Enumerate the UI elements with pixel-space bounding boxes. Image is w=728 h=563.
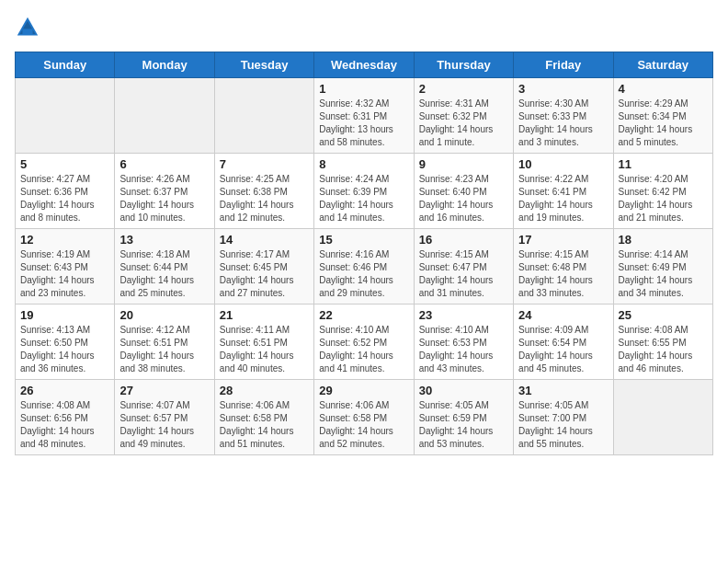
day-info: Sunset: 6:53 PM — [419, 337, 508, 350]
calendar-cell: 1Sunrise: 4:32 AMSunset: 6:31 PMDaylight… — [314, 78, 414, 154]
day-number: 3 — [518, 82, 608, 96]
day-info: Sunrise: 4:12 AM — [119, 324, 209, 337]
day-info: Daylight: 14 hours and 8 minutes. — [20, 199, 109, 224]
day-info: Sunrise: 4:13 AM — [20, 324, 109, 337]
day-info: Sunset: 6:38 PM — [220, 186, 309, 199]
day-number: 8 — [319, 157, 408, 171]
calendar-header: SundayMondayTuesdayWednesdayThursdayFrid… — [16, 52, 713, 78]
day-info: Daylight: 14 hours and 1 minute. — [419, 123, 508, 149]
day-info: Sunset: 6:56 PM — [20, 412, 109, 425]
day-info: Sunrise: 4:15 AM — [419, 248, 508, 261]
day-info: Sunrise: 4:05 AM — [419, 399, 508, 412]
calendar-cell: 26Sunrise: 4:08 AMSunset: 6:56 PMDayligh… — [16, 380, 115, 455]
day-number: 28 — [220, 384, 309, 397]
day-number: 17 — [518, 233, 608, 247]
day-info: Daylight: 14 hours and 23 minutes. — [20, 274, 109, 300]
calendar-cell: 23Sunrise: 4:10 AMSunset: 6:53 PMDayligh… — [414, 304, 513, 380]
day-info: Daylight: 14 hours and 16 minutes. — [419, 199, 508, 224]
day-info: Sunset: 6:49 PM — [619, 261, 708, 274]
calendar-cell: 16Sunrise: 4:15 AMSunset: 6:47 PMDayligh… — [414, 229, 513, 304]
day-number: 10 — [518, 157, 608, 171]
day-info: Daylight: 14 hours and 52 minutes. — [319, 425, 408, 451]
calendar-cell: 31Sunrise: 4:05 AMSunset: 7:00 PMDayligh… — [514, 380, 613, 455]
calendar-cell: 3Sunrise: 4:30 AMSunset: 6:33 PMDaylight… — [514, 78, 613, 154]
day-number: 19 — [20, 308, 109, 322]
day-info: Sunrise: 4:23 AM — [419, 173, 508, 186]
calendar-cell: 10Sunrise: 4:22 AMSunset: 6:41 PMDayligh… — [514, 154, 613, 229]
day-info: Daylight: 14 hours and 12 minutes. — [220, 199, 309, 224]
calendar-cell: 22Sunrise: 4:10 AMSunset: 6:52 PMDayligh… — [314, 304, 414, 380]
day-info: Sunset: 7:00 PM — [518, 412, 608, 425]
calendar-cell: 2Sunrise: 4:31 AMSunset: 6:32 PMDaylight… — [414, 78, 513, 154]
day-info: Daylight: 14 hours and 40 minutes. — [220, 350, 309, 375]
day-info: Sunset: 6:40 PM — [419, 186, 508, 199]
day-info: Sunrise: 4:05 AM — [518, 399, 608, 412]
day-info: Sunset: 6:54 PM — [518, 337, 608, 350]
calendar-cell — [16, 78, 115, 154]
day-info: Sunrise: 4:17 AM — [220, 248, 309, 261]
day-info: Sunset: 6:39 PM — [319, 186, 408, 199]
day-info: Sunrise: 4:09 AM — [518, 324, 608, 337]
day-info: Daylight: 14 hours and 14 minutes. — [319, 199, 408, 224]
day-info: Sunset: 6:43 PM — [20, 261, 109, 274]
calendar-cell: 8Sunrise: 4:24 AMSunset: 6:39 PMDaylight… — [314, 154, 414, 229]
day-info: Daylight: 14 hours and 38 minutes. — [119, 350, 209, 375]
day-info: Sunrise: 4:10 AM — [319, 324, 408, 337]
day-info: Sunset: 6:36 PM — [20, 186, 109, 199]
day-info: Daylight: 14 hours and 55 minutes. — [518, 425, 608, 451]
calendar-cell: 20Sunrise: 4:12 AMSunset: 6:51 PMDayligh… — [115, 304, 214, 380]
day-info: Daylight: 14 hours and 45 minutes. — [518, 350, 608, 375]
calendar-cell — [214, 78, 313, 154]
day-of-week-header: Sunday — [16, 52, 115, 78]
day-number: 22 — [319, 308, 408, 322]
day-number: 27 — [119, 384, 209, 397]
day-info: Sunset: 6:32 PM — [419, 110, 508, 123]
day-info: Sunrise: 4:27 AM — [20, 173, 109, 186]
day-info: Sunset: 6:44 PM — [119, 261, 209, 274]
day-info: Daylight: 14 hours and 25 minutes. — [119, 274, 209, 300]
day-info: Daylight: 14 hours and 48 minutes. — [20, 425, 109, 451]
day-info: Sunset: 6:41 PM — [518, 186, 608, 199]
day-info: Sunrise: 4:06 AM — [319, 399, 408, 412]
day-number: 29 — [319, 384, 408, 397]
day-of-week-header: Wednesday — [314, 52, 414, 78]
day-info: Sunrise: 4:06 AM — [220, 399, 309, 412]
day-number: 21 — [220, 308, 309, 322]
day-of-week-header: Thursday — [414, 52, 513, 78]
day-info: Sunrise: 4:18 AM — [119, 248, 209, 261]
day-of-week-header: Saturday — [613, 52, 712, 78]
calendar-cell: 4Sunrise: 4:29 AMSunset: 6:34 PMDaylight… — [613, 78, 712, 154]
day-info: Daylight: 14 hours and 46 minutes. — [619, 350, 708, 375]
day-info: Sunrise: 4:29 AM — [619, 98, 708, 110]
day-number: 18 — [619, 233, 708, 247]
day-number: 14 — [220, 233, 309, 247]
day-info: Sunset: 6:48 PM — [518, 261, 608, 274]
day-info: Sunset: 6:33 PM — [518, 110, 608, 123]
day-info: Sunset: 6:51 PM — [119, 337, 209, 350]
day-info: Daylight: 14 hours and 21 minutes. — [619, 199, 708, 224]
day-info: Sunset: 6:55 PM — [619, 337, 708, 350]
day-info: Daylight: 14 hours and 43 minutes. — [419, 350, 508, 375]
calendar-cell: 29Sunrise: 4:06 AMSunset: 6:58 PMDayligh… — [314, 380, 414, 455]
calendar-cell: 11Sunrise: 4:20 AMSunset: 6:42 PMDayligh… — [613, 154, 712, 229]
day-number: 1 — [319, 82, 408, 96]
day-info: Sunrise: 4:15 AM — [518, 248, 608, 261]
day-info: Sunrise: 4:16 AM — [319, 248, 408, 261]
day-info: Daylight: 14 hours and 33 minutes. — [518, 274, 608, 300]
day-number: 12 — [20, 233, 109, 247]
calendar-cell: 7Sunrise: 4:25 AMSunset: 6:38 PMDaylight… — [214, 154, 313, 229]
day-info: Sunrise: 4:08 AM — [619, 324, 708, 337]
calendar-cell: 5Sunrise: 4:27 AMSunset: 6:36 PMDaylight… — [16, 154, 115, 229]
day-info: Daylight: 14 hours and 49 minutes. — [119, 425, 209, 451]
day-info: Sunrise: 4:19 AM — [20, 248, 109, 261]
logo — [15, 15, 44, 40]
day-info: Daylight: 14 hours and 36 minutes. — [20, 350, 109, 375]
calendar-cell: 15Sunrise: 4:16 AMSunset: 6:46 PMDayligh… — [314, 229, 414, 304]
day-info: Daylight: 14 hours and 10 minutes. — [119, 199, 209, 224]
day-info: Sunrise: 4:26 AM — [119, 173, 209, 186]
day-number: 31 — [518, 384, 608, 397]
day-info: Daylight: 14 hours and 41 minutes. — [319, 350, 408, 375]
day-info: Sunrise: 4:22 AM — [518, 173, 608, 186]
day-info: Daylight: 14 hours and 5 minutes. — [619, 123, 708, 149]
day-info: Sunrise: 4:10 AM — [419, 324, 508, 337]
